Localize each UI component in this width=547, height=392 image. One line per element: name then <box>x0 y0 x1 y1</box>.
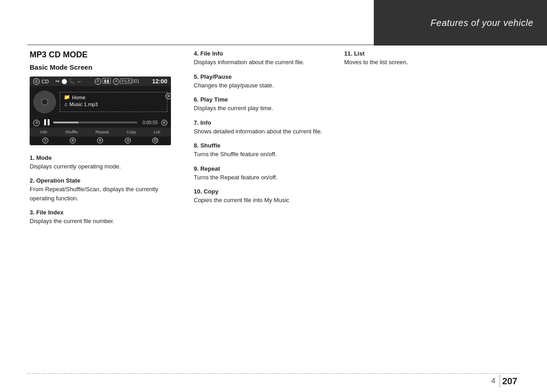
mid-desc-4: 7. Info Shows detailed information about… <box>194 119 326 136</box>
player-buttons: Info Shuffle Repeat Copy List <box>30 127 171 137</box>
time-circle: ⑥ <box>161 120 167 126</box>
mid-label-7: 10. Copy <box>194 188 326 195</box>
footer: 4 207 <box>0 360 547 392</box>
mid-label-2: 5. Play/Pause <box>194 73 326 80</box>
col-left: MP3 CD MODE Basic Mode Screen ① CD ⚰ ⬤ 📞… <box>30 50 185 356</box>
mid-text-5: Turns the Shuffle feature on/off. <box>194 150 326 159</box>
footer-dashes <box>27 373 520 374</box>
btn-num-9: ⑨ <box>97 137 103 143</box>
mid-text-4: Shows detailed information about the cur… <box>194 127 326 136</box>
header-title-area: Features of your vehicle <box>374 0 547 46</box>
btn-num-10: ⑩ <box>125 137 131 143</box>
disc-icon: ⬤ <box>62 78 67 84</box>
player-btn-list[interactable]: List <box>154 130 160 134</box>
player-mode-label: CD <box>41 79 49 84</box>
mid-desc-1: 4. File Info Displays information about … <box>194 50 326 67</box>
vinyl-inner <box>41 98 48 106</box>
track-row: ♫ Music 1.mp3 <box>64 102 163 107</box>
play-circle: ⑤ <box>33 120 40 126</box>
right-label-1: 11. List <box>344 50 517 57</box>
mid-text-7: Copies the current file into My Music <box>194 196 326 205</box>
player-top-left: ① CD ⚰ ⬤ 📞 ← <box>33 78 82 85</box>
mid-label-6: 9. Repeat <box>194 165 326 172</box>
mid-desc-2: 5. Play/Pause Changes the play/pause sta… <box>194 73 326 90</box>
section-subtitle: Basic Mode Screen <box>30 63 175 71</box>
main-content: MP3 CD MODE Basic Mode Screen ① CD ⚰ ⬤ 📞… <box>30 50 517 356</box>
file-num: 001 <box>132 78 139 83</box>
progress-fill <box>53 122 78 123</box>
btn-num-7: ⑦ <box>42 137 48 143</box>
file-index-area: ③ FILE001 <box>113 78 139 85</box>
track-info-box: 📁 Home ♫ Music 1.mp3 <box>60 92 167 112</box>
footer-divider <box>500 375 500 387</box>
file-circle: ③ <box>113 78 119 85</box>
right-text-1: Moves to the list screen. <box>344 58 517 67</box>
page-section: 4 <box>491 377 495 385</box>
col-mid: 4. File Info Displays information about … <box>185 50 335 356</box>
left-label-3: 3. File Index <box>30 209 175 216</box>
btn-num-8: ⑧ <box>70 137 76 143</box>
page-number: 207 <box>502 376 517 387</box>
folder-name: Home <box>72 95 85 100</box>
progress-bar <box>53 122 137 123</box>
file-label: FILE <box>120 78 132 84</box>
mid-desc-7: 10. Copy Copies the current file into My… <box>194 188 326 205</box>
mid-desc-3: 6. Play Time Displays the current play t… <box>194 96 326 113</box>
pause-bars: ▐▐ <box>42 119 50 125</box>
btn-nums-row: ⑦ ⑧ ⑨ ⑩ ⑪ <box>30 137 171 145</box>
mid-text-2: Changes the play/pause state. <box>194 81 326 90</box>
left-label-2: 2. Operation State <box>30 177 175 184</box>
op-circle: ② <box>95 78 101 85</box>
main-title: MP3 CD MODE <box>30 50 175 60</box>
folder-row: 📁 Home <box>64 94 163 100</box>
mid-text-6: Turns the Repeat feature on/off. <box>194 173 326 182</box>
mid-text-3: Displays the current play time. <box>194 104 326 113</box>
btn-num-11: ⑪ <box>152 137 158 143</box>
left-desc-2: 2. Operation State From Repeat/Shuffle/S… <box>30 177 175 203</box>
pause-icon: ⑤ ▐▐ <box>33 119 50 126</box>
right-desc-1: 11. List Moves to the list screen. <box>344 50 517 67</box>
left-text-3: Displays the current file number. <box>30 217 175 226</box>
player-btn-shuffle[interactable]: Shuffle <box>65 130 78 134</box>
player-middle: 📁 Home ♫ Music 1.mp3 ④ <box>30 86 171 118</box>
player-btn-info[interactable]: Info <box>41 130 47 134</box>
player-btn-repeat[interactable]: Repeat <box>95 130 108 134</box>
music-icon: ♫ <box>64 102 67 107</box>
mid-desc-6: 9. Repeat Turns the Repeat feature on/of… <box>194 165 326 182</box>
left-text-1: Displays currently operating mode. <box>30 162 175 171</box>
player-top-bar: ① CD ⚰ ⬤ 📞 ← ② ▮▮ ③ FILE001 <box>30 76 171 86</box>
folder-icon: 📁 <box>64 94 70 100</box>
page-title: Features of your vehicle <box>431 18 533 28</box>
track-num-badge: ④ <box>165 93 171 99</box>
phone-icon: 📞 <box>69 78 75 84</box>
vinyl-icon <box>33 91 56 113</box>
left-text-2: From Repeat/Shuffle/Scan, displays the c… <box>30 185 175 203</box>
player-clock: 12:00 <box>152 78 167 85</box>
mid-label-5: 8. Shuffle <box>194 142 326 149</box>
op-state-label: ▮▮ <box>103 78 111 84</box>
play-time-value: 0:00:55 <box>143 120 158 125</box>
left-label-1: 1. Mode <box>30 154 175 161</box>
player-btn-copy[interactable]: Copy <box>126 130 136 134</box>
op-state: ② ▮▮ <box>95 78 111 85</box>
footer-page: 4 207 <box>491 375 517 387</box>
header-line <box>27 45 520 45</box>
header: Features of your vehicle <box>0 0 547 46</box>
mid-text-1: Displays information about the current f… <box>194 58 326 67</box>
mid-label-3: 6. Play Time <box>194 96 326 103</box>
left-desc-3: 3. File Index Displays the current file … <box>30 209 175 226</box>
arrow-icon: ← <box>77 79 82 84</box>
mid-label-4: 7. Info <box>194 119 326 126</box>
player-top-icons: ② ▮▮ ③ FILE001 <box>95 78 139 85</box>
player-ui: ① CD ⚰ ⬤ 📞 ← ② ▮▮ ③ FILE001 <box>30 76 171 145</box>
mid-label-1: 4. File Info <box>194 50 326 57</box>
col-right: 11. List Moves to the list screen. <box>335 50 517 356</box>
player-progress-row: ⑤ ▐▐ 0:00:55 ⑥ <box>30 118 171 127</box>
left-desc-1: 1. Mode Displays currently operating mod… <box>30 154 175 171</box>
track-name: Music 1.mp3 <box>69 102 98 107</box>
mode-circle: ① <box>33 78 40 85</box>
mid-desc-5: 8. Shuffle Turns the Shuffle feature on/… <box>194 142 326 159</box>
bt-icon: ⚰ <box>55 78 60 85</box>
